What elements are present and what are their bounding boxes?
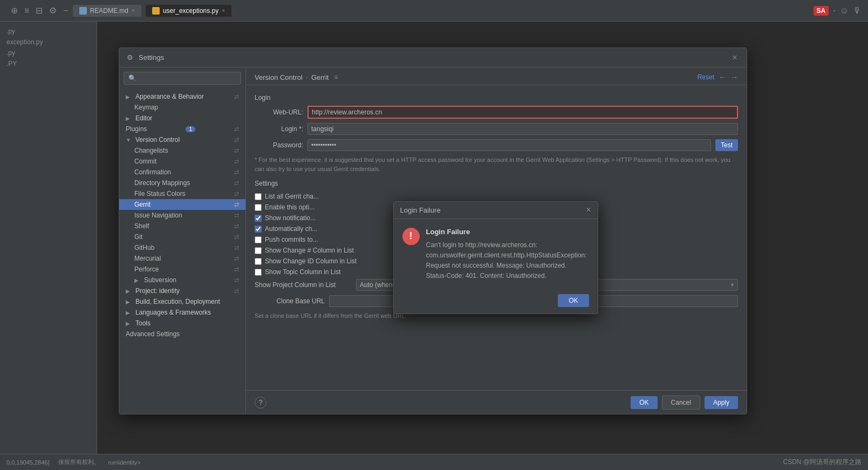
modal-content-text: Can't login to http://review.archeros.cn… xyxy=(426,240,587,282)
breadcrumb-menu-icon: ≡ xyxy=(334,73,338,81)
breadcrumb-parent: Version Control xyxy=(255,73,303,81)
label-push-commits: Push commits to... xyxy=(265,236,318,243)
modal-title: Login Failure xyxy=(400,206,441,214)
web-url-input[interactable] xyxy=(307,106,738,119)
tab-py-close[interactable]: × xyxy=(222,8,225,13)
tree-item-build[interactable]: ▶ Build, Execution, Deployment xyxy=(119,296,245,307)
tree-item-subversion[interactable]: ▶ Subversion ⇄ xyxy=(119,275,245,285)
ide-toolbar-icons: ⊕ ≡ ⊟ ⚙ − xyxy=(11,5,69,16)
error-icon: ! xyxy=(402,228,420,245)
tree-item-tools[interactable]: ▶ Tools xyxy=(119,318,245,329)
checkbox-auto-check-input[interactable] xyxy=(255,226,262,233)
ok-button[interactable]: OK xyxy=(631,396,657,409)
tree-item-appearance[interactable]: ▶ Appearance & Behavior ⇄ xyxy=(119,91,245,102)
modal-close-button[interactable]: × xyxy=(586,205,591,215)
test-button[interactable]: Test xyxy=(715,139,738,151)
mic-icon: 🎙 xyxy=(853,6,862,16)
tree-item-gerrit[interactable]: Gerrit ⇄ xyxy=(119,199,245,210)
tree-item-plugins[interactable]: Plugins 1 ⇄ xyxy=(119,124,245,134)
tree-item-git[interactable]: Git ⇄ xyxy=(119,231,245,242)
tree-item-commit[interactable]: Commit ⇄ xyxy=(119,156,245,167)
modal-content: Login Failure Can't login to http://revi… xyxy=(426,228,587,282)
sync-icon-project: ⇄ xyxy=(234,288,239,295)
tab-readme[interactable]: README.md × xyxy=(73,5,141,17)
arrow-icon-project: ▶ xyxy=(126,288,132,294)
help-button[interactable]: ? xyxy=(255,397,266,408)
tree-label-gerrit: Gerrit xyxy=(134,201,151,208)
error-line2: com.urswolfer.gerrit.client.rest.http.Ht… xyxy=(426,251,587,259)
tree-item-keymap[interactable]: Keymap xyxy=(119,102,245,113)
clone-base-url-label: Clone Base URL xyxy=(255,297,325,305)
tree-label-perforce: Perforce xyxy=(134,265,159,273)
tree-label-vc: Version Control xyxy=(135,136,180,144)
password-input[interactable] xyxy=(307,139,711,151)
login-failure-modal: Login Failure × ! Login Failure Can't lo… xyxy=(393,201,598,315)
settings-search-box[interactable]: 🔍 xyxy=(124,72,241,85)
tree-item-issue-navigation[interactable]: Issue Navigation ⇄ xyxy=(119,210,245,221)
checkbox-show-notif-input[interactable] xyxy=(255,215,262,222)
nav-back-button[interactable]: ← xyxy=(719,73,726,81)
smiley-icon: ☺ xyxy=(840,6,849,16)
checkbox-list-all[interactable] xyxy=(255,193,262,200)
search-icon: 🔍 xyxy=(128,74,136,82)
reset-button[interactable]: Reset xyxy=(698,73,714,81)
list-icon: ≡ xyxy=(24,6,29,16)
tree-item-shelf[interactable]: Shelf ⇄ xyxy=(119,221,245,231)
arrow-icon-vc: ▼ xyxy=(126,137,132,143)
tree-item-confirmation[interactable]: Confirmation ⇄ xyxy=(119,167,245,178)
readme-tab-icon xyxy=(79,7,87,15)
cancel-button[interactable]: Cancel xyxy=(662,396,700,410)
login-input[interactable] xyxy=(307,123,738,135)
tree-item-project-identity[interactable]: ▶ Project: identity ⇄ xyxy=(119,285,245,296)
breadcrumb-separator: › xyxy=(306,73,308,81)
tree-item-directory-mappings[interactable]: Directory Mappings ⇄ xyxy=(119,178,245,188)
tree-item-advanced-settings[interactable]: Advanced Settings xyxy=(119,329,245,339)
settings-title-bar: ⚙ Settings × xyxy=(119,48,747,67)
checkbox-enable-input[interactable] xyxy=(255,204,262,211)
tree-label-project: Project: identity xyxy=(135,287,180,295)
tree-label-appearance: Appearance & Behavior xyxy=(135,93,204,100)
checkbox-topic-input[interactable] xyxy=(255,269,262,276)
checkbox-change-num-input[interactable] xyxy=(255,247,262,254)
label-change-num: Show Change # Column in List xyxy=(265,247,354,254)
minus-icon: − xyxy=(63,6,68,16)
label-auto-check: Automatically ch... xyxy=(265,225,317,233)
sync-icon-svn: ⇄ xyxy=(234,277,239,284)
label-enable: Enable this opti... xyxy=(265,203,315,211)
breadcrumb-current: Gerrit xyxy=(311,73,329,81)
sidebar-file-4: .PY xyxy=(0,58,97,69)
settings-close-button[interactable]: × xyxy=(729,52,740,63)
tab-py-label: user_exceptions.py xyxy=(163,7,218,15)
tree-item-languages[interactable]: ▶ Languages & Frameworks xyxy=(119,307,245,318)
sync-icon-github: ⇄ xyxy=(234,244,239,251)
menu-icon: ⊟ xyxy=(36,5,43,16)
tree-item-github[interactable]: GitHub ⇄ xyxy=(119,242,245,253)
tab-readme-close[interactable]: × xyxy=(132,8,135,13)
sync-icon-appearance: ⇄ xyxy=(234,93,239,100)
apply-button[interactable]: Apply xyxy=(705,396,738,409)
modal-title-bar: Login Failure × xyxy=(394,202,598,219)
tree-item-editor[interactable]: ▶ Editor xyxy=(119,113,245,124)
tree-item-perforce[interactable]: Perforce ⇄ xyxy=(119,264,245,275)
modal-ok-button[interactable]: OK xyxy=(558,294,589,307)
header-actions: Reset ← → xyxy=(698,73,738,81)
settings-search-input[interactable] xyxy=(140,74,236,82)
arrow-icon-editor: ▶ xyxy=(126,115,132,121)
arrow-icon: ▶ xyxy=(126,94,132,100)
csdn-watermark: CSDN @阿汤哥的程序之路 xyxy=(783,458,862,467)
settings-tree: ▶ Appearance & Behavior ⇄ Keymap ▶ Edito… xyxy=(119,89,245,414)
error-line4: Status-Code: 401. Content: Unauthorized. xyxy=(426,272,546,280)
tree-item-file-status-colors[interactable]: File Status Colors ⇄ xyxy=(119,188,245,199)
tree-item-mercurial[interactable]: Mercurial ⇄ xyxy=(119,253,245,264)
ide-top-bar: ⊕ ≡ ⊟ ⚙ − README.md × user_exceptions.py… xyxy=(0,0,868,22)
dot-icon: · xyxy=(833,6,835,16)
bottom-bar-item2: 保留所有权利。 xyxy=(58,458,100,466)
arrow-icon-lang: ▶ xyxy=(126,310,132,316)
checkbox-change-id-input[interactable] xyxy=(255,258,262,265)
checkbox-push-commits-input[interactable] xyxy=(255,236,262,243)
tree-item-changelists[interactable]: Changelists ⇄ xyxy=(119,145,245,156)
tree-item-version-control[interactable]: ▼ Version Control ⇄ xyxy=(119,134,245,145)
nav-forward-button[interactable]: → xyxy=(730,73,738,81)
sync-icon-changelists: ⇄ xyxy=(234,147,239,154)
tab-user-exceptions[interactable]: user_exceptions.py × xyxy=(146,5,231,17)
